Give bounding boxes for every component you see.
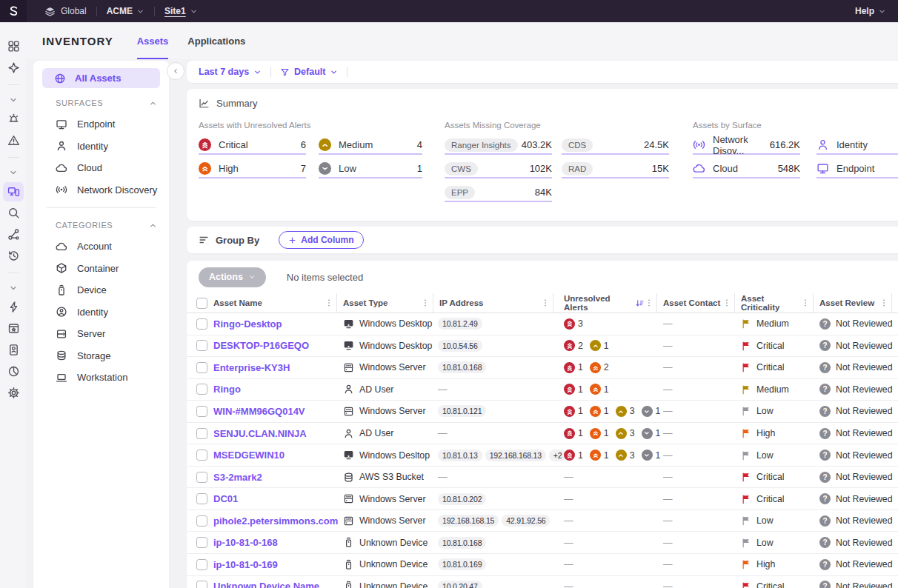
table-row[interactable]: pihole2.petersimmons.comWindows Server19… [187, 510, 898, 532]
row-checkbox[interactable] [196, 559, 207, 570]
select-all-checkbox[interactable] [196, 298, 207, 309]
summary-alert-item-medium[interactable]: Medium4 [319, 139, 422, 155]
row-checkbox[interactable] [196, 493, 207, 504]
asset-name-link[interactable]: DC01 [213, 493, 238, 504]
summary-alert-item-low[interactable]: Low1 [319, 163, 422, 178]
sidebar-section-surfaces[interactable]: SURFACES [33, 93, 169, 113]
devices-icon[interactable] [3, 182, 24, 201]
table-row[interactable]: RingoAD User—11—Medium?Not Reviewed [187, 379, 898, 401]
row-checkbox[interactable] [196, 340, 207, 351]
column-header-asset-criticality[interactable]: Asset Criticality [735, 293, 814, 313]
table-row[interactable]: Unknown Device NameUnknown Device10.0.20… [187, 576, 898, 588]
asset-name-link[interactable]: ip-10-81-0-168 [213, 537, 278, 548]
row-checkbox[interactable] [196, 472, 207, 483]
asset-name-link[interactable]: pihole2.petersimmons.com [213, 515, 338, 527]
asset-name-link[interactable]: DESKTOP-P16GEQO [213, 340, 309, 351]
chevron-down-icon[interactable] [3, 281, 24, 295]
sentinelone-logo[interactable] [0, 0, 27, 22]
table-row[interactable]: MSEDGEWIN10Windows Desltop10.81.0.13192.… [187, 444, 898, 467]
summary-surface-item-cloud[interactable]: Cloud548K [693, 163, 800, 178]
table-row[interactable]: SENJU.CLAN.NINJAAD User—1131—High?Not Re… [187, 423, 898, 445]
actions-button[interactable]: Actions [199, 267, 266, 287]
table-row[interactable]: Enterprise-KY3HWindows Server10.81.0.168… [187, 357, 898, 379]
pinwheel-icon[interactable] [3, 59, 24, 78]
row-checkbox[interactable] [196, 581, 207, 588]
tab-applications[interactable]: Applications [187, 22, 245, 59]
chevron-down-icon[interactable] [3, 93, 24, 107]
column-menu-icon[interactable] [645, 298, 653, 307]
asset-name-link[interactable]: S3-2mark2 [213, 472, 262, 483]
sidebar-section-categories[interactable]: CATEGORIES [33, 215, 169, 235]
row-checkbox[interactable] [196, 537, 207, 548]
column-header-unresolved-alerts[interactable]: Unresolved Alerts [553, 293, 657, 313]
row-checkbox[interactable] [196, 362, 207, 373]
sidebar-item-cloud[interactable]: Cloud [33, 157, 169, 179]
sidebar-collapse-button[interactable] [167, 62, 184, 80]
summary-coverage-item-rad[interactable]: RAD15K [562, 163, 669, 178]
pie-chart-icon[interactable] [3, 362, 24, 381]
column-header-asset-contact[interactable]: Asset Contact [657, 293, 735, 313]
siren-icon[interactable] [3, 110, 24, 129]
sidebar-item-network-discovery[interactable]: Network Discovery [33, 179, 169, 201]
chevron-down-icon[interactable] [3, 165, 24, 180]
column-menu-icon[interactable] [801, 298, 810, 307]
column-header-asset-type[interactable]: Asset Type [337, 293, 433, 313]
asset-name-link[interactable]: Enterprise-KY3H [213, 362, 290, 373]
sidebar-item-identity[interactable]: Identity [33, 136, 169, 158]
tab-assets[interactable]: Assets [137, 22, 169, 59]
column-menu-icon[interactable] [722, 298, 731, 307]
column-menu-icon[interactable] [421, 298, 430, 307]
time-range-selector[interactable]: Last 7 days [199, 67, 262, 77]
id-badge-icon[interactable] [3, 341, 24, 360]
filter-selector[interactable]: Default [280, 67, 338, 77]
table-row[interactable]: S3-2mark2AWS S3 Bucket———Critical?Not Re… [187, 467, 898, 489]
summary-header[interactable]: Summary [187, 98, 898, 109]
summary-coverage-item-cds[interactable]: CDS24.5K [562, 139, 669, 155]
summary-coverage-item-ranger-insights[interactable]: Ranger Insights403.2K [445, 139, 552, 155]
network-graph-icon[interactable] [3, 225, 24, 244]
row-checkbox[interactable] [196, 406, 207, 417]
help-menu[interactable]: Help [855, 6, 886, 16]
sidebar-item-server[interactable]: Server [33, 323, 169, 345]
row-checkbox[interactable] [196, 384, 207, 395]
column-menu-icon[interactable] [879, 298, 888, 307]
summary-alert-item-high[interactable]: High7 [199, 163, 306, 178]
history-icon[interactable] [3, 247, 24, 266]
asset-name-link[interactable]: WIN-#MM96GQ014V [213, 406, 305, 417]
summary-surface-item-endpoint[interactable]: Endpoint [816, 163, 898, 178]
table-row[interactable]: WIN-#MM96GQ014VWindows Server10.81.0.121… [187, 401, 898, 423]
summary-surface-item-identity[interactable]: Identity [816, 139, 898, 155]
asset-name-link[interactable]: Ringo [213, 384, 241, 395]
table-row[interactable]: DC01Windows Server10.81.0.202——Critical?… [187, 488, 898, 510]
sidebar-item-container[interactable]: Container [33, 258, 169, 280]
column-header-asset-name[interactable]: Asset Name [213, 293, 337, 313]
table-row[interactable]: ip-10-81-0-168Unknown Device10.81.0.168—… [187, 532, 898, 554]
add-column-button[interactable]: Add Column [279, 231, 363, 249]
table-row[interactable]: ip-10-81-0-169Unknown Device10.81.0.169—… [187, 554, 898, 576]
table-row[interactable]: Ringo-DesktopWindows Desktop10.81.2.493—… [187, 313, 898, 335]
asset-name-link[interactable]: Unknown Device Name [213, 581, 319, 588]
apps-grid-icon[interactable] [3, 37, 24, 56]
group-by-button[interactable]: Group By [199, 235, 259, 246]
scope-selector[interactable]: Global [44, 6, 87, 17]
asset-name-link[interactable]: MSEDGEWIN10 [213, 450, 285, 461]
sidebar-item-endpoint[interactable]: Endpoint [33, 113, 169, 136]
gear-icon[interactable] [3, 384, 24, 403]
column-menu-icon[interactable] [541, 298, 550, 307]
account-selector[interactable]: ACME [107, 6, 144, 16]
sidebar-item-device[interactable]: Device [33, 279, 169, 301]
row-checkbox[interactable] [196, 428, 207, 439]
sidebar-item-all-assets[interactable]: All Assets [42, 68, 160, 88]
asset-name-link[interactable]: ip-10-81-0-169 [213, 559, 278, 570]
column-menu-icon[interactable] [325, 298, 333, 307]
row-checkbox[interactable] [196, 318, 207, 330]
row-checkbox[interactable] [196, 515, 207, 527]
table-row[interactable]: DESKTOP-P16GEQOWindows Desktop10.0.54.56… [187, 335, 898, 358]
column-header-asset-review[interactable]: Asset Review [814, 293, 892, 313]
warning-triangle-icon[interactable] [3, 131, 24, 150]
search-icon[interactable] [3, 204, 24, 223]
sidebar-item-workstation[interactable]: Workstation [33, 367, 169, 389]
row-checkbox[interactable] [196, 450, 207, 461]
site-selector[interactable]: Site1 [164, 6, 198, 16]
asset-name-link[interactable]: Ringo-Desktop [213, 318, 282, 330]
